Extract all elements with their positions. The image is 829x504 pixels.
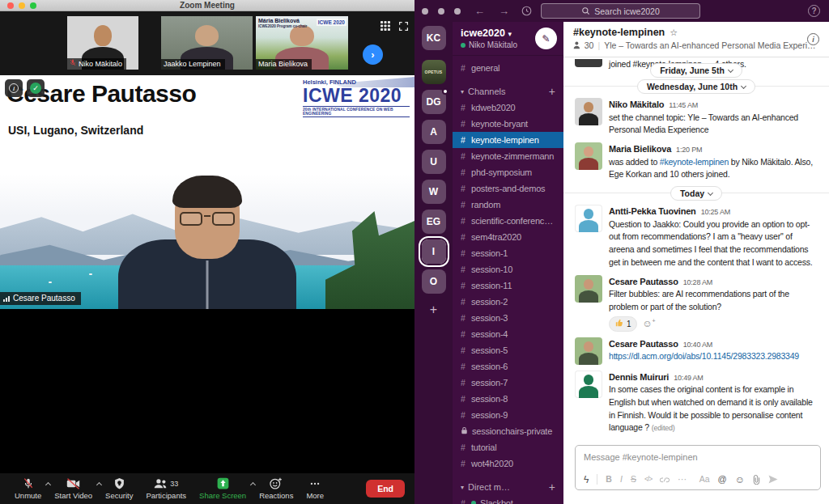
sidebar-item-session-4[interactable]: #session-4 (453, 326, 563, 342)
reaction-pill[interactable]: 1 (609, 316, 637, 332)
avatar[interactable] (575, 205, 602, 232)
sidebar-item-session-1[interactable]: #session-1 (453, 245, 563, 261)
sidebar-item-session-2[interactable]: #session-2 (453, 294, 563, 310)
text-format-icon[interactable]: Aa (699, 475, 710, 484)
message-history[interactable]: joined #keynote-lempinen … 4 others.Frid… (563, 57, 829, 443)
sidebar-item-session-8[interactable]: #session-8 (453, 391, 563, 407)
security-button[interactable]: Security (99, 477, 139, 500)
section-header-channels[interactable]: ▾Channels+ (453, 83, 563, 100)
minimize-window-button[interactable] (19, 2, 25, 9)
unmute-button[interactable]: Unmute (8, 477, 48, 500)
maximize-window-button[interactable] (30, 2, 36, 9)
workspace-switcher-dg[interactable]: DG (422, 90, 446, 114)
history-forward-button[interactable]: → (499, 6, 509, 16)
sidebar-item-scientific-conferenc-[interactable]: #scientific-conferenc… (453, 213, 563, 229)
gallery-view-icon[interactable] (380, 19, 390, 34)
chevron-down-icon[interactable]: ▾ (461, 484, 464, 491)
sidebar-item-wot4h2020[interactable]: #wot4h2020 (453, 455, 563, 472)
close-window-button[interactable] (7, 2, 14, 9)
next-participants-button[interactable]: › (363, 44, 383, 65)
avatar[interactable] (575, 98, 602, 125)
author-name[interactable]: Maria Bielikova (609, 142, 671, 156)
section-header-direct-m-[interactable]: ▾Direct m…+ (453, 479, 563, 495)
author-name[interactable]: Cesare Pautasso (609, 275, 678, 289)
author-name[interactable]: Niko Mäkitalo (609, 98, 664, 112)
minimize-window-button[interactable] (438, 8, 444, 15)
sidebar-item-session-5[interactable]: #session-5 (453, 342, 563, 358)
end-meeting-button[interactable]: End (366, 480, 405, 498)
strikethrough-icon[interactable]: S (631, 475, 636, 484)
active-speaker-video[interactable]: Cesare Pautasso USI, Lugano, Switzerland… (0, 75, 414, 309)
star-icon[interactable]: ☆ (670, 28, 678, 38)
send-icon[interactable] (768, 475, 778, 484)
sidebar-item-slackbot[interactable]: #Slackbot (453, 495, 563, 504)
history-clock-icon[interactable] (521, 6, 532, 16)
compose-button[interactable]: ✎ (535, 28, 557, 49)
message-link[interactable]: https://dl.acm.org/doi/abs/10.1145/29833… (609, 351, 799, 361)
video-thumbnail-jaakko-lempinen[interactable]: Jaakko Lempinen (161, 16, 253, 70)
link-icon[interactable] (660, 476, 670, 484)
fullscreen-icon[interactable] (399, 19, 408, 34)
sidebar-item-sessionchairs-private[interactable]: sessionchairs-private (453, 423, 563, 439)
more-formatting-icon[interactable]: ⋯ (678, 475, 687, 484)
video-thumbnail-niko-m-kitalo[interactable]: Niko Mäkitalo (67, 16, 138, 70)
sidebar-item-keynote-lempinen[interactable]: #keynote-lempinen (453, 132, 563, 148)
sidebar-item-session-9[interactable]: #session-9 (453, 407, 563, 423)
author-name[interactable]: Cesare Pautasso (609, 337, 678, 351)
sidebar-item-session-11[interactable]: #session-11 (453, 277, 563, 294)
add-reaction-icon[interactable]: ☺+ (642, 319, 652, 328)
workspace-switcher-kc[interactable]: KC (422, 26, 446, 50)
author-name[interactable]: Dennis Muiruri (609, 371, 669, 384)
help-icon[interactable]: ? (808, 5, 820, 17)
sidebar-item-keynote-zimmermann[interactable]: #keynote-zimmermann (453, 148, 563, 164)
channel-topic[interactable]: Yle – Towards an AI-enhanced Personal Me… (604, 40, 819, 50)
workspace-switcher-u[interactable]: U (422, 150, 446, 174)
close-window-button[interactable] (422, 8, 428, 15)
bold-icon[interactable]: B (606, 475, 612, 484)
zoom-titlebar[interactable]: Zoom Meeting (0, 0, 414, 11)
channel-link[interactable]: #keynote-lempinen (660, 157, 729, 167)
sidebar-item-keynote-bryant[interactable]: #keynote-bryant (453, 116, 563, 132)
emoji-icon[interactable]: ☺ (735, 475, 745, 485)
history-back-button[interactable]: ← (474, 6, 485, 16)
workspace-switcher-w[interactable]: W (422, 180, 446, 204)
sidebar-item-sem4tra2020[interactable]: #sem4tra2020 (453, 229, 563, 245)
italic-icon[interactable]: I (620, 475, 623, 484)
sidebar-item-phd-symposium[interactable]: #phd-symposium (453, 164, 563, 180)
current-user[interactable]: Niko Mäkitalo (461, 40, 517, 49)
reactions-button[interactable]: Reactions (253, 477, 300, 500)
code-icon[interactable]: </> (644, 476, 652, 483)
channel-details-icon[interactable]: i (807, 33, 819, 45)
composer-placeholder[interactable]: Message #keynote-lempinen (584, 452, 812, 462)
sidebar-item-session-3[interactable]: #session-3 (453, 310, 563, 326)
workspace-switcher-a[interactable]: A (422, 120, 446, 144)
sidebar-item-random[interactable]: #random (453, 197, 563, 213)
workspace-switcher-o[interactable]: O (422, 269, 446, 294)
workspace-menu[interactable]: icwe2020 ▾ (461, 28, 517, 39)
add-channel-icon[interactable]: + (549, 85, 555, 98)
date-divider-pill[interactable]: Wednesday, June 10th (637, 79, 755, 94)
sidebar-item-session-10[interactable]: #session-10 (453, 261, 563, 277)
sidebar-item-tutorial[interactable]: #tutorial (453, 439, 563, 455)
attach-file-icon[interactable] (753, 475, 760, 485)
share-screen-button[interactable]: Share Screen (193, 477, 253, 500)
search-input[interactable]: Search icwe2020 (541, 3, 700, 19)
date-divider-pill[interactable]: Friday, June 5th (650, 63, 742, 78)
chevron-down-icon[interactable]: ▾ (461, 88, 464, 95)
workspace-switcher-i[interactable]: I (422, 239, 446, 264)
avatar[interactable] (575, 337, 602, 365)
mention-icon[interactable]: @ (718, 475, 727, 484)
start-video-button[interactable]: Start Video (48, 477, 99, 500)
video-thumbnail-maria-bielikova[interactable]: Mária BielikováICWE2020 Program co-chair… (256, 16, 348, 70)
sidebar-item-session-6[interactable]: #session-6 (453, 358, 563, 375)
meeting-info-icon[interactable]: i (5, 79, 23, 97)
more-button[interactable]: More (300, 477, 330, 500)
sidebar-item-general[interactable]: #general (453, 60, 563, 76)
add-channel-icon[interactable]: + (549, 481, 555, 493)
workspace-switcher-opetus[interactable]: OPETUS (422, 60, 446, 84)
add-workspace-button[interactable]: + (430, 303, 437, 317)
participants-button[interactable]: 33Participants (139, 477, 193, 500)
sidebar-item-posters-and-demos[interactable]: #posters-and-demos (453, 180, 563, 197)
shortcuts-icon[interactable]: ϟ (584, 475, 589, 485)
message-composer[interactable]: Message #keynote-lempinen ϟBIS</>⋯Aa@☺ (575, 445, 821, 490)
